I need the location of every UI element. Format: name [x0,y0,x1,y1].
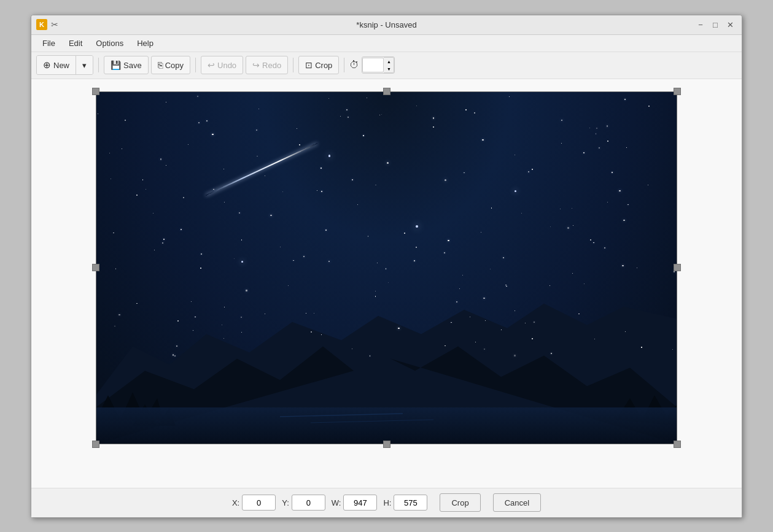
star [433,126,434,128]
undo-label: Undo [217,61,236,70]
star [623,220,624,221]
star [201,253,202,255]
star [637,268,637,268]
crop-handle-bottom-right[interactable] [674,441,681,448]
star [270,215,272,217]
star [622,265,623,266]
save-label: Save [123,61,142,70]
window-title: *ksnip - Unsaved [356,20,416,29]
star [136,303,138,304]
h-input[interactable] [394,495,427,511]
star [197,96,198,97]
star [200,268,201,269]
crop-handle-middle-right[interactable] [674,264,681,271]
timer-up-button[interactable]: ▲ [384,58,394,65]
menu-bar: File Edit Options Help [31,35,742,52]
crop-handle-top-center[interactable] [383,88,390,95]
timer-input[interactable]: 0s [362,58,384,72]
star [325,229,327,231]
star [246,290,247,291]
star [627,204,629,206]
star [625,331,626,332]
star [306,313,306,314]
undo-button[interactable]: ↩ Undo [201,56,243,74]
star [146,189,146,190]
crop-handle-middle-left[interactable] [92,264,99,271]
star [515,155,515,155]
star [162,242,163,244]
new-dropdown-button[interactable]: ▾ [76,56,93,74]
star [113,233,114,234]
star [191,301,192,302]
main-window: K ✂ *ksnip - Unsaved − □ ✕ File Edit Opt… [31,15,742,518]
star [560,209,561,209]
menu-options[interactable]: Options [90,37,130,50]
bright-star [416,225,418,228]
timer-down-button[interactable]: ▼ [384,65,394,72]
bright-star [328,155,331,157]
crop-handle-top-left[interactable] [92,88,99,95]
mountains-svg [96,285,677,444]
star [181,229,182,230]
star [98,114,98,114]
timer-icon: ⏱ [349,60,359,71]
save-button[interactable]: 💾 Save [104,56,149,74]
star [223,169,224,169]
copy-button[interactable]: ⎘ Copy [151,56,190,74]
star [212,134,214,136]
maximize-button[interactable]: □ [709,18,722,31]
crop-handle-top-right[interactable] [674,88,681,95]
menu-edit[interactable]: Edit [63,37,88,50]
w-input[interactable] [343,495,377,511]
toolbar-separator-2 [195,58,196,72]
x-input[interactable] [242,495,276,511]
toolbar: ⊕ New ▾ 💾 Save ⎘ Copy ↩ Undo ↪ Redo [31,52,742,79]
undo-icon: ↩ [208,60,215,70]
menu-help[interactable]: Help [131,37,160,50]
star [509,96,510,97]
y-input[interactable] [292,495,325,511]
y-label: Y: [282,498,289,507]
h-coord-group: H: [383,495,427,511]
redo-button[interactable]: ↪ Redo [246,56,288,74]
star [153,213,153,214]
star [514,355,515,356]
new-button[interactable]: ⊕ New [37,56,76,74]
w-label: W: [332,498,341,507]
star [414,260,415,261]
copy-label: Copy [165,61,184,70]
star [416,247,417,248]
close-button[interactable]: ✕ [723,18,737,31]
y-coord-group: Y: [282,495,325,511]
crop-handle-bottom-left[interactable] [92,441,99,448]
star [363,135,364,136]
star [352,179,353,180]
star [142,179,144,180]
star [607,141,608,142]
star [573,225,573,226]
toolbar-separator-3 [293,58,293,72]
star [166,102,167,103]
h-label: H: [383,498,391,507]
star [328,98,329,99]
crop-handle-bottom-center[interactable] [383,441,390,448]
star [256,129,257,131]
star [357,204,358,205]
title-bar-controls: − □ ✕ [694,18,737,31]
star [321,191,322,192]
star [206,120,208,121]
cancel-button[interactable]: Cancel [493,493,541,512]
star [379,115,380,115]
crop-button[interactable]: Crop [440,493,480,512]
star [125,120,126,121]
star [482,139,483,141]
star [532,169,533,170]
menu-file[interactable]: File [36,37,61,50]
star [648,185,648,185]
star [234,258,235,259]
star [257,156,257,156]
minimize-button[interactable]: − [694,18,707,31]
star [340,116,341,117]
crop-toolbar-button[interactable]: ⊡ Crop [298,56,339,74]
star [173,354,174,355]
